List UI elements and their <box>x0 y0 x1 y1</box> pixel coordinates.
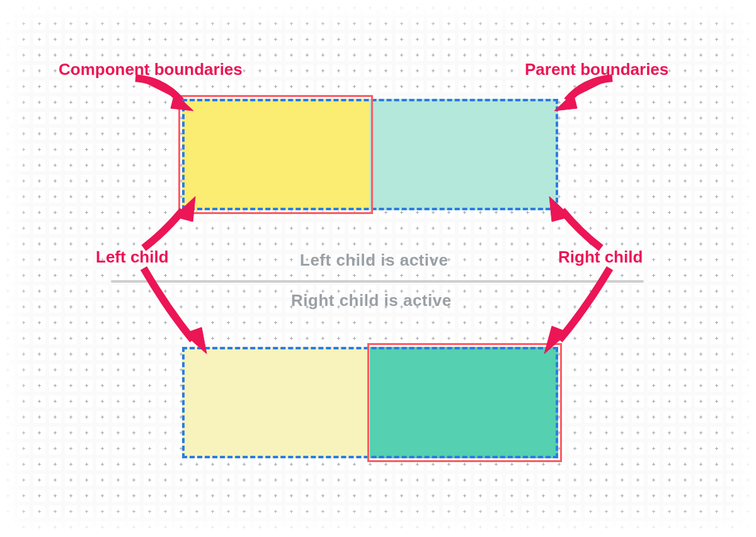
caption-top: Left child is active <box>300 251 448 270</box>
arrow-right-child-down <box>529 264 624 359</box>
diagram-canvas: Left child is active Right child is acti… <box>0 0 756 537</box>
arrow-parent-boundaries <box>549 74 619 118</box>
arrow-component-boundaries <box>129 74 198 118</box>
arrow-left-child-down <box>132 264 220 359</box>
caption-bottom: Right child is active <box>291 291 452 310</box>
arrow-right-child-up <box>537 189 612 252</box>
svg-marker-1 <box>554 93 577 111</box>
bottom-component-boundary <box>367 343 562 462</box>
svg-marker-0 <box>171 93 193 111</box>
arrow-left-child-up <box>132 189 208 252</box>
